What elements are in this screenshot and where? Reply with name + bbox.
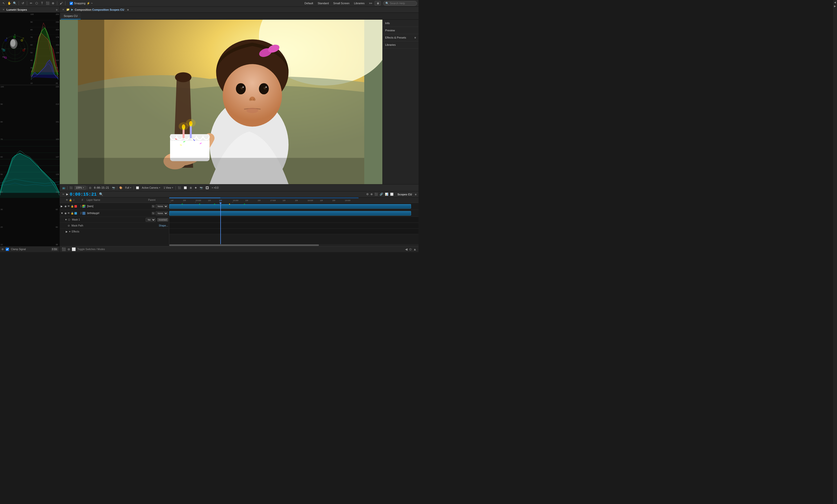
timeline-scrollbar[interactable] <box>169 244 418 246</box>
tl-footer-btn-3[interactable]: ⬜ <box>72 247 76 251</box>
viewer-color-manage-btn[interactable]: 🎨 <box>118 186 123 190</box>
clamp-signal-label: Clamp Signal <box>11 248 25 251</box>
tl-nav-right[interactable]: ▲ <box>413 247 416 251</box>
tl-comp-button[interactable]: ⚙ <box>366 192 369 196</box>
puppet-tool[interactable]: ⊕ <box>51 1 55 5</box>
shape-link[interactable]: Shape... <box>159 224 168 227</box>
workspace-more[interactable]: >> <box>367 1 374 5</box>
layer-1-fx[interactable]: fx <box>152 205 155 208</box>
viewer-region-btn[interactable]: ⬛ <box>69 186 73 190</box>
viewer-view-layout-btn[interactable]: 1 View ▼ <box>163 186 175 190</box>
layer-2-fx[interactable]: fx <box>152 212 155 215</box>
effects-expand[interactable]: ▶ <box>66 230 68 233</box>
mask-expand[interactable]: ▼ <box>65 218 67 221</box>
layer-2-lock-icon[interactable]: 🔒 <box>71 212 74 215</box>
mask-inverted-label[interactable]: Inverted <box>157 218 168 221</box>
tl-link-button[interactable]: 🔗 <box>379 192 384 196</box>
tl-frames-button[interactable]: ⬜ <box>390 192 394 196</box>
tl-footer-btn-2[interactable]: ⊕ <box>68 247 70 251</box>
track-1-bar[interactable] <box>169 204 411 209</box>
viewer-camera-btn[interactable]: 📷 <box>111 186 116 190</box>
comp-tab-scopes-cu[interactable]: Scopes CU <box>61 13 81 19</box>
viewer-transparency-btn[interactable]: ⬜ <box>183 186 188 190</box>
mask-path-label[interactable]: Mask Path <box>71 224 158 227</box>
layer-2-parent-select[interactable]: None <box>156 211 168 215</box>
track-2-bar[interactable] <box>169 211 411 216</box>
viewer-exposure-btn[interactable]: ++0.0 <box>211 186 219 190</box>
preview-panel-item[interactable]: Preview <box>382 27 418 34</box>
paint-tool[interactable]: 🖌 <box>59 1 64 5</box>
effects-presets-menu-icon[interactable]: ≡ <box>414 36 416 39</box>
clamp-signal-checkbox[interactable] <box>6 248 9 251</box>
viewer-camera-view-btn[interactable]: Active Camera ▼ <box>141 186 162 190</box>
layer-1-parent-select[interactable]: None <box>156 204 168 208</box>
tl-footer-btn-1[interactable]: ⬛ <box>62 247 66 251</box>
libraries-panel-item[interactable]: Libraries <box>382 41 418 49</box>
panel-close-button[interactable]: ✕ <box>2 8 5 11</box>
scope-settings-icon[interactable]: ⚙ <box>1 248 4 251</box>
viewer-zoom-control[interactable]: 109% ▼ <box>74 186 86 190</box>
viewer-grid-btn[interactable]: ⊞ <box>189 186 193 190</box>
tl-solo-button[interactable]: ⊕ <box>370 192 373 196</box>
arrow-tool[interactable]: ↖ <box>1 1 6 5</box>
timeline-menu-icon[interactable]: ≡ <box>415 193 416 196</box>
timeline-search-btn[interactable]: 🔍 <box>99 192 103 196</box>
rotation-tool[interactable]: ↺ <box>21 1 25 5</box>
shape-tool[interactable]: ⬛ <box>45 1 50 5</box>
viewer-timecode-btn[interactable]: 0:00:15:21 <box>93 186 110 190</box>
layer-1-lock-icon[interactable]: 🔒 <box>71 205 74 208</box>
viewer <box>60 20 382 184</box>
pen-tool[interactable]: ✏ <box>29 1 33 5</box>
timeline-scrollbar-thumb[interactable] <box>169 245 319 246</box>
tl-nav-left[interactable]: ◀ <box>405 247 408 251</box>
layer-row-2[interactable]: ▼ ◉ 👁 🔒 2 birthdaygirl fx None <box>60 210 169 217</box>
timeline-area: ✕ ▶ 0:00:15:21 🔍 ⚙ ⊕ ⬛ 🔗 📊 ⬜ Scopes CU ≡ <box>60 191 418 252</box>
effects-track <box>169 229 418 234</box>
workspace-default[interactable]: Default <box>302 1 315 5</box>
toggle-switches-label[interactable]: Toggle Switches / Modes <box>77 248 105 251</box>
info-panel-item[interactable]: Info <box>382 20 418 27</box>
search-area[interactable]: 🔍 <box>383 1 417 6</box>
viewer-guide-btn[interactable]: ✚ <box>194 186 198 190</box>
timeline-ruler[interactable]: 14f 20f 15:00f 10f 20f 16:00f 10f 20f 17… <box>169 197 418 203</box>
tl-graph-button[interactable]: 📊 <box>385 192 389 196</box>
zoom-tool[interactable]: 🔍 <box>13 1 17 5</box>
layer-2-name[interactable]: birthdaygirl <box>87 212 146 215</box>
text-tool[interactable]: T <box>40 1 44 5</box>
workspace-standard[interactable]: Standard <box>316 1 331 5</box>
layer-1-expand[interactable]: ▶ <box>61 205 64 208</box>
viewer-aspect-btn[interactable]: ⊡ <box>88 186 92 190</box>
layer-1-eye-icon[interactable]: 👁 <box>68 205 70 208</box>
effects-presets-panel-item[interactable]: Effects & Presets ≡ <box>382 34 418 41</box>
tl-nav-center[interactable]: ⊙ <box>409 247 412 251</box>
comp-menu-icon[interactable]: ≡ <box>127 8 129 11</box>
viewer-always-preview-btn[interactable]: 📺 <box>61 186 66 190</box>
mask-tool[interactable]: ⬡ <box>34 1 39 5</box>
timeline-timecode[interactable]: 0:00:15:21 <box>70 192 96 197</box>
layer-row-1[interactable]: ▶ ◉ 👁 🔒 1 [bars] fx None <box>60 203 169 210</box>
layer-2-eye-icon[interactable]: 👁 <box>68 212 70 215</box>
comp-close-button[interactable]: ✕ <box>62 8 65 11</box>
timeline-close-btn[interactable]: ✕ <box>62 193 65 196</box>
panel-menu-icon[interactable]: ≡ <box>56 8 57 11</box>
mask-1-none-select[interactable]: None <box>146 218 156 222</box>
playhead[interactable] <box>220 203 221 244</box>
hand-tool[interactable]: ✋ <box>7 1 12 5</box>
tl-render-button[interactable]: ⬛ <box>374 192 378 196</box>
viewer-render-btn[interactable]: ⬛ <box>177 186 182 190</box>
viewer-show-channel-btn[interactable]: 🔳 <box>204 186 210 190</box>
layer-2-expand[interactable]: ▼ <box>61 212 64 215</box>
workspace-small-screen[interactable]: Small Screen <box>331 1 352 5</box>
viewer-res-btn[interactable]: ⬜ <box>135 186 140 190</box>
effects-label[interactable]: Effects <box>72 230 79 233</box>
viewer-channel-btn[interactable]: Full ▼ <box>124 186 133 190</box>
mask-1-name[interactable]: Mask 1 <box>72 218 145 221</box>
layer-2-solo-icon[interactable]: ◉ <box>65 212 67 215</box>
comp-tab-bar: Scopes CU <box>60 13 418 20</box>
layer-1-solo-icon[interactable]: ◉ <box>65 205 67 208</box>
workspace-libraries[interactable]: Libraries <box>352 1 367 5</box>
snapping-checkbox[interactable] <box>70 2 73 5</box>
search-input[interactable] <box>390 2 415 5</box>
layer-1-name[interactable]: [bars] <box>87 205 146 208</box>
viewer-snapshot-btn[interactable]: 📷 <box>199 186 204 190</box>
